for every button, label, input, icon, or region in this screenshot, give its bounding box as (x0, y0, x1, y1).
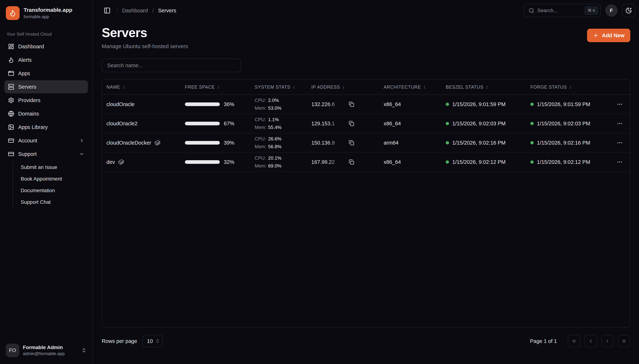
chevron-right-icon (605, 338, 610, 344)
sidebar-item-account[interactable]: Account (4, 134, 88, 147)
global-search-input[interactable] (537, 8, 582, 14)
last-page-button[interactable] (618, 335, 630, 347)
free-space-percent: 36% (224, 101, 234, 107)
cell-actions (610, 140, 630, 146)
brand-domain: formable.app (24, 14, 72, 19)
cell-actions (610, 159, 630, 165)
cell-ip-address: 132.226.6 (307, 101, 379, 107)
row-actions-button[interactable] (610, 140, 630, 146)
subnav-item-book-appointment[interactable]: Book Appointment (18, 173, 88, 184)
sidebar: Transformable.app formable.app Your Self… (0, 0, 93, 364)
column-header-architecture[interactable]: ARCHITECTURE↕ (379, 84, 442, 90)
beszel-timestamp: 1/15/2026, 9:02:12 PM (452, 159, 506, 165)
column-header-ip-address[interactable]: IP ADDRESS↕ (307, 84, 379, 90)
column-label: IP ADDRESS (311, 84, 340, 90)
column-header-forge-status[interactable]: FORGE STATUS↕ (526, 84, 610, 90)
free-space-percent: 67% (224, 120, 234, 126)
topbar: Dashboard / Servers ⌘ K F (93, 0, 639, 21)
cell-beszel-status: 1/15/2026, 9:02:16 PM (442, 140, 526, 146)
sidebar-item-apps[interactable]: Apps (4, 67, 88, 80)
cpu-label: CPU: (255, 155, 268, 161)
breadcrumb-dashboard[interactable]: Dashboard (122, 8, 148, 14)
cell-name: cloudOracleDocker (102, 140, 180, 146)
pagination-bar: Rows per page 10 Page 1 of 1 (102, 335, 630, 347)
plus-icon (593, 32, 599, 38)
user-menu[interactable]: FO Formable Admin admin@formable.app (4, 342, 88, 359)
sort-icon: ↕ (569, 84, 572, 90)
status-dot-green (530, 122, 534, 125)
sidebar-spacer (4, 208, 88, 342)
cell-free-space: 67% (180, 120, 250, 126)
sidebar-item-domains[interactable]: Domains (4, 107, 88, 120)
prev-page-button[interactable] (584, 335, 597, 347)
cell-forge-status: 1/15/2026, 9:01:59 PM (526, 101, 610, 107)
dashboard-icon (8, 44, 14, 50)
column-label: NAME (106, 84, 120, 90)
cell-beszel-status: 1/15/2026, 9:02:12 PM (442, 159, 526, 165)
cell-ip-address: 167.99.22 (307, 159, 379, 165)
user-name: Formable Admin (23, 344, 65, 350)
status-dot-green (530, 141, 534, 144)
subnav-item-documentation[interactable]: Documentation (18, 185, 88, 196)
cell-name: cloudOracle (102, 101, 180, 107)
free-space-bar (185, 141, 220, 144)
subnav-item-support-chat[interactable]: Support Chat (18, 196, 88, 208)
user-avatar: FO (6, 344, 19, 357)
copy-ip-button[interactable] (349, 159, 354, 165)
cell-free-space: 32% (180, 159, 250, 165)
mem-value: 53.0% (268, 105, 282, 111)
cell-name: cloudOracle2 (102, 120, 180, 126)
row-actions-button[interactable] (610, 120, 630, 126)
sidebar-item-label: Apps Library (18, 124, 48, 130)
cell-beszel-status: 1/15/2026, 9:01:59 PM (442, 101, 526, 107)
sidebar-item-label: Support (18, 151, 37, 157)
cell-architecture: arm64 (379, 140, 442, 146)
row-actions-button[interactable] (610, 159, 630, 165)
theme-toggle-button[interactable] (622, 4, 635, 17)
column-header-free-space[interactable]: FREE SPACE↕ (180, 84, 250, 90)
sidebar-item-providers[interactable]: Providers (4, 94, 88, 107)
copy-ip-button[interactable] (349, 140, 354, 146)
sidebar-toggle-button[interactable] (102, 6, 112, 16)
rows-per-page-select[interactable]: 10 (142, 335, 163, 347)
search-kbd-shortcut: ⌘ K (585, 6, 598, 15)
mem-label: Mem: (255, 124, 268, 130)
column-header-system-stats[interactable]: SYSTEM STATS↕ (250, 84, 307, 90)
architecture-value: x86_64 (384, 120, 401, 126)
architecture-value: x86_64 (384, 101, 401, 107)
support-subnav: Submit an IssueBook AppointmentDocumenta… (13, 162, 88, 208)
add-new-button[interactable]: Add New (587, 29, 630, 42)
column-header-beszel-status[interactable]: BESZEL STATUS↕ (442, 84, 526, 90)
ip-address: 129.153.1 (311, 120, 345, 126)
sort-icon: ↕ (486, 84, 488, 90)
topbar-avatar[interactable]: F (605, 4, 618, 17)
free-space-bar (185, 122, 220, 125)
ellipsis-icon (617, 101, 623, 107)
global-search[interactable]: ⌘ K (524, 4, 601, 17)
brand-name: Transformable.app (24, 7, 72, 13)
brand[interactable]: Transformable.app formable.app (4, 4, 88, 22)
next-page-button[interactable] (601, 335, 614, 347)
ellipsis-icon (617, 159, 623, 165)
copy-ip-button[interactable] (349, 121, 354, 126)
copy-ip-button[interactable] (349, 102, 354, 107)
sidebar-section-label: Your Self Hosted Cloud (4, 32, 88, 37)
first-page-button[interactable] (568, 335, 580, 347)
sidebar-item-servers[interactable]: Servers (4, 80, 88, 93)
sidebar-item-apps-library[interactable]: Apps Library (4, 120, 88, 134)
status-dot-green (530, 160, 534, 164)
content: Servers Manage Ubuntu self-hosted server… (93, 21, 639, 364)
row-actions-button[interactable] (610, 101, 630, 107)
sidebar-item-dashboard[interactable]: Dashboard (4, 40, 88, 53)
page-info: Page 1 of 1 (530, 338, 557, 344)
filter-name-input[interactable] (102, 58, 241, 72)
pager-buttons (568, 335, 630, 347)
column-header-name[interactable]: NAME↕ (102, 84, 180, 90)
ip-address: 150.136.9 (311, 140, 345, 146)
subnav-item-submit-an-issue[interactable]: Submit an Issue (18, 162, 88, 173)
free-space-bar (185, 160, 220, 164)
status-dot-green (446, 102, 449, 106)
server-name: dev (106, 159, 115, 165)
sidebar-item-support[interactable]: Support (4, 148, 88, 160)
sidebar-item-alerts[interactable]: Alerts (4, 54, 88, 66)
